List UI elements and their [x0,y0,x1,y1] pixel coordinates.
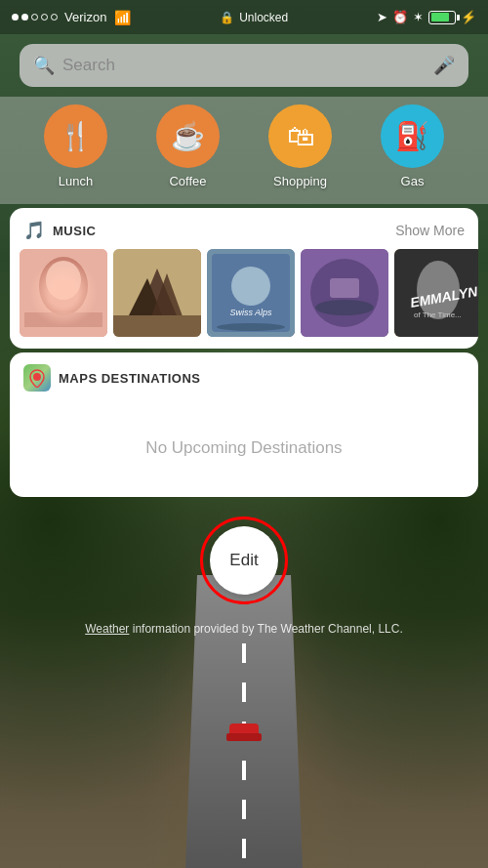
gas-label: Gas [401,174,425,188]
signal-dot-1 [12,14,19,21]
carrier-name: Verizon [64,10,106,24]
lunch-circle: 🍴 [44,104,107,168]
quick-action-shopping[interactable]: 🛍 Shopping [268,104,332,188]
svg-point-1 [39,257,88,315]
svg-rect-0 [20,249,107,337]
music-note-icon: 🎵 [23,220,45,241]
album-row: Swiss Alps EMMALYN of The Time... [10,249,478,349]
svg-point-2 [46,261,81,300]
svg-text:of The Time...: of The Time... [414,310,462,319]
svg-rect-8 [113,315,201,337]
maps-card: MAPS DESTINATIONS No Upcoming Destinatio… [10,352,478,497]
signal-dot-4 [41,14,48,21]
microphone-icon[interactable]: 🎤 [433,55,455,76]
edit-button[interactable]: Edit [210,526,278,595]
no-destinations-message: No Upcoming Destinations [10,399,478,497]
road-visual [185,575,303,868]
status-bar: Verizon 📶 🔒 Unlocked ➤ ⏰ ✶ ⚡ [0,0,488,34]
svg-rect-3 [24,312,102,327]
lunch-icon: 🍴 [59,120,93,152]
status-left: Verizon 📶 [12,10,131,25]
svg-point-11 [231,267,270,306]
bluetooth-icon: ✶ [413,10,424,24]
album-art-4[interactable] [301,249,388,337]
gas-circle: ⛽ [381,104,444,168]
quick-action-coffee[interactable]: ☕ Coffee [156,104,220,188]
footer-attribution: Weather information provided by The Weat… [0,622,488,636]
show-more-button[interactable]: Show More [395,223,465,238]
edit-button-container: Edit [0,517,488,604]
car-visual [229,723,259,741]
music-section-title: MUSIC [53,224,96,238]
music-header-left: 🎵 MUSIC [23,220,96,241]
location-icon: ➤ [377,10,387,24]
weather-link[interactable]: Weather [85,622,129,636]
charging-icon: ⚡ [461,10,476,24]
alarm-icon: ⏰ [392,10,408,24]
search-placeholder-text: Search [62,56,426,75]
maps-section-title: MAPS DESTINATIONS [59,371,201,386]
album-art-3[interactable]: Swiss Alps [207,249,295,337]
lunch-label: Lunch [59,174,93,188]
edit-button-ring: Edit [200,517,288,604]
signal-dot-2 [21,14,28,21]
album-art-2[interactable] [113,249,201,337]
music-card: 🎵 MUSIC Show More [10,208,478,349]
coffee-icon: ☕ [171,120,205,152]
svg-rect-17 [330,278,359,298]
wifi-icon: 📶 [114,10,131,25]
svg-point-16 [315,300,374,315]
lock-icon: 🔒 [220,11,234,24]
search-bar[interactable]: 🔍 Search 🎤 [20,44,468,87]
status-center: 🔒 Unlocked [220,11,288,24]
battery-fill [431,13,449,21]
signal-dot-3 [31,14,38,21]
lock-status-text: Unlocked [239,11,288,24]
signal-dots [12,14,58,21]
coffee-label: Coffee [169,174,206,188]
search-icon: 🔍 [33,55,55,76]
svg-point-13 [217,323,285,331]
album-art-1[interactable] [20,249,107,337]
shopping-circle: 🛍 [268,104,332,168]
gas-icon: ⛽ [395,120,429,152]
quick-actions-row: 🍴 Lunch ☕ Coffee 🛍 Shopping ⛽ Gas [0,97,488,204]
maps-card-header: MAPS DESTINATIONS [10,352,478,399]
quick-action-gas[interactable]: ⛽ Gas [381,104,444,188]
quick-action-lunch[interactable]: 🍴 Lunch [44,104,107,188]
signal-dot-5 [51,14,58,21]
svg-point-22 [33,373,41,381]
maps-app-icon [23,364,51,392]
footer-text-rest: information provided by The Weather Chan… [129,622,402,636]
music-card-header: 🎵 MUSIC Show More [10,208,478,249]
album-art-5[interactable]: EMMALYN of The Time... [394,249,478,337]
shopping-icon: 🛍 [287,120,314,152]
svg-text:Swiss Alps: Swiss Alps [229,308,272,317]
maps-header-left: MAPS DESTINATIONS [23,364,201,392]
coffee-circle: ☕ [156,104,220,168]
status-right: ➤ ⏰ ✶ ⚡ [377,10,476,24]
battery-indicator [428,11,456,24]
shopping-label: Shopping [273,174,327,188]
